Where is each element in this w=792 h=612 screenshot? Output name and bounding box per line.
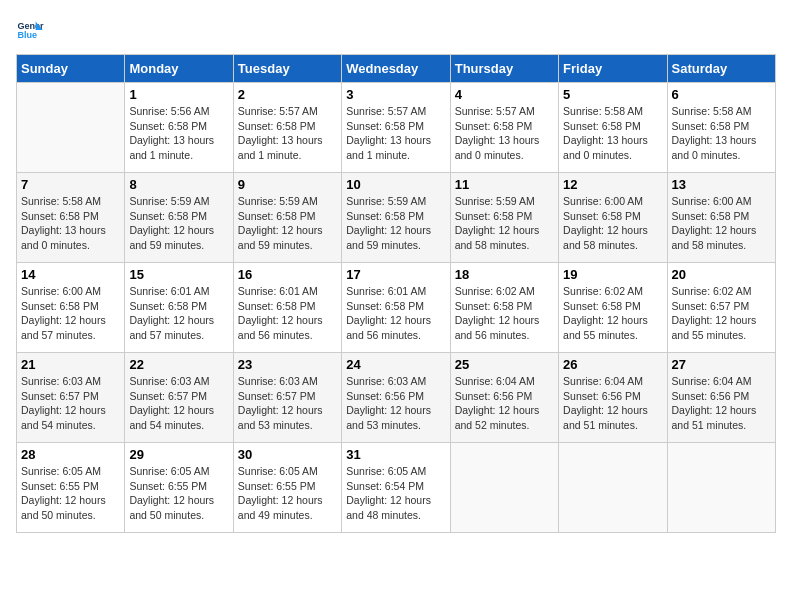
day-number: 25 [455, 357, 554, 372]
day-number: 29 [129, 447, 228, 462]
day-number: 6 [672, 87, 771, 102]
day-info: Sunrise: 6:05 AM Sunset: 6:54 PM Dayligh… [346, 464, 445, 523]
day-number: 30 [238, 447, 337, 462]
week-row-1: 1Sunrise: 5:56 AM Sunset: 6:58 PM Daylig… [17, 83, 776, 173]
day-number: 31 [346, 447, 445, 462]
day-info: Sunrise: 5:58 AM Sunset: 6:58 PM Dayligh… [21, 194, 120, 253]
day-cell: 2Sunrise: 5:57 AM Sunset: 6:58 PM Daylig… [233, 83, 341, 173]
day-info: Sunrise: 6:04 AM Sunset: 6:56 PM Dayligh… [563, 374, 662, 433]
day-info: Sunrise: 5:57 AM Sunset: 6:58 PM Dayligh… [455, 104, 554, 163]
week-row-4: 21Sunrise: 6:03 AM Sunset: 6:57 PM Dayli… [17, 353, 776, 443]
day-number: 15 [129, 267, 228, 282]
day-cell: 7Sunrise: 5:58 AM Sunset: 6:58 PM Daylig… [17, 173, 125, 263]
day-info: Sunrise: 5:59 AM Sunset: 6:58 PM Dayligh… [455, 194, 554, 253]
day-number: 7 [21, 177, 120, 192]
day-number: 12 [563, 177, 662, 192]
calendar-body: 1Sunrise: 5:56 AM Sunset: 6:58 PM Daylig… [17, 83, 776, 533]
day-cell: 25Sunrise: 6:04 AM Sunset: 6:56 PM Dayli… [450, 353, 558, 443]
day-cell: 12Sunrise: 6:00 AM Sunset: 6:58 PM Dayli… [559, 173, 667, 263]
day-cell: 13Sunrise: 6:00 AM Sunset: 6:58 PM Dayli… [667, 173, 775, 263]
day-number: 14 [21, 267, 120, 282]
day-cell: 21Sunrise: 6:03 AM Sunset: 6:57 PM Dayli… [17, 353, 125, 443]
day-cell: 3Sunrise: 5:57 AM Sunset: 6:58 PM Daylig… [342, 83, 450, 173]
day-cell: 16Sunrise: 6:01 AM Sunset: 6:58 PM Dayli… [233, 263, 341, 353]
day-info: Sunrise: 6:00 AM Sunset: 6:58 PM Dayligh… [672, 194, 771, 253]
day-info: Sunrise: 6:01 AM Sunset: 6:58 PM Dayligh… [238, 284, 337, 343]
day-cell: 23Sunrise: 6:03 AM Sunset: 6:57 PM Dayli… [233, 353, 341, 443]
day-cell: 1Sunrise: 5:56 AM Sunset: 6:58 PM Daylig… [125, 83, 233, 173]
day-info: Sunrise: 6:02 AM Sunset: 6:58 PM Dayligh… [563, 284, 662, 343]
day-cell: 5Sunrise: 5:58 AM Sunset: 6:58 PM Daylig… [559, 83, 667, 173]
day-number: 19 [563, 267, 662, 282]
day-info: Sunrise: 6:02 AM Sunset: 6:57 PM Dayligh… [672, 284, 771, 343]
day-info: Sunrise: 5:59 AM Sunset: 6:58 PM Dayligh… [346, 194, 445, 253]
day-cell: 8Sunrise: 5:59 AM Sunset: 6:58 PM Daylig… [125, 173, 233, 263]
calendar-table: SundayMondayTuesdayWednesdayThursdayFrid… [16, 54, 776, 533]
day-info: Sunrise: 6:04 AM Sunset: 6:56 PM Dayligh… [672, 374, 771, 433]
day-info: Sunrise: 5:57 AM Sunset: 6:58 PM Dayligh… [346, 104, 445, 163]
day-number: 8 [129, 177, 228, 192]
day-number: 17 [346, 267, 445, 282]
logo-icon: General Blue [16, 16, 44, 44]
day-cell: 10Sunrise: 5:59 AM Sunset: 6:58 PM Dayli… [342, 173, 450, 263]
header-cell-wednesday: Wednesday [342, 55, 450, 83]
day-cell [559, 443, 667, 533]
day-info: Sunrise: 6:04 AM Sunset: 6:56 PM Dayligh… [455, 374, 554, 433]
day-cell: 26Sunrise: 6:04 AM Sunset: 6:56 PM Dayli… [559, 353, 667, 443]
day-cell: 11Sunrise: 5:59 AM Sunset: 6:58 PM Dayli… [450, 173, 558, 263]
header-cell-thursday: Thursday [450, 55, 558, 83]
day-info: Sunrise: 6:01 AM Sunset: 6:58 PM Dayligh… [346, 284, 445, 343]
day-cell: 27Sunrise: 6:04 AM Sunset: 6:56 PM Dayli… [667, 353, 775, 443]
week-row-2: 7Sunrise: 5:58 AM Sunset: 6:58 PM Daylig… [17, 173, 776, 263]
day-cell: 9Sunrise: 5:59 AM Sunset: 6:58 PM Daylig… [233, 173, 341, 263]
day-cell: 28Sunrise: 6:05 AM Sunset: 6:55 PM Dayli… [17, 443, 125, 533]
day-cell: 6Sunrise: 5:58 AM Sunset: 6:58 PM Daylig… [667, 83, 775, 173]
day-info: Sunrise: 5:58 AM Sunset: 6:58 PM Dayligh… [563, 104, 662, 163]
day-info: Sunrise: 5:59 AM Sunset: 6:58 PM Dayligh… [129, 194, 228, 253]
day-info: Sunrise: 5:58 AM Sunset: 6:58 PM Dayligh… [672, 104, 771, 163]
day-cell: 24Sunrise: 6:03 AM Sunset: 6:56 PM Dayli… [342, 353, 450, 443]
day-info: Sunrise: 6:00 AM Sunset: 6:58 PM Dayligh… [563, 194, 662, 253]
day-info: Sunrise: 6:03 AM Sunset: 6:57 PM Dayligh… [129, 374, 228, 433]
day-number: 24 [346, 357, 445, 372]
day-cell [667, 443, 775, 533]
header-row: SundayMondayTuesdayWednesdayThursdayFrid… [17, 55, 776, 83]
day-number: 27 [672, 357, 771, 372]
day-cell [450, 443, 558, 533]
day-info: Sunrise: 6:05 AM Sunset: 6:55 PM Dayligh… [21, 464, 120, 523]
day-cell: 29Sunrise: 6:05 AM Sunset: 6:55 PM Dayli… [125, 443, 233, 533]
header-cell-saturday: Saturday [667, 55, 775, 83]
day-number: 5 [563, 87, 662, 102]
day-number: 11 [455, 177, 554, 192]
day-info: Sunrise: 6:00 AM Sunset: 6:58 PM Dayligh… [21, 284, 120, 343]
day-info: Sunrise: 5:56 AM Sunset: 6:58 PM Dayligh… [129, 104, 228, 163]
day-number: 4 [455, 87, 554, 102]
day-cell: 15Sunrise: 6:01 AM Sunset: 6:58 PM Dayli… [125, 263, 233, 353]
day-info: Sunrise: 5:57 AM Sunset: 6:58 PM Dayligh… [238, 104, 337, 163]
day-info: Sunrise: 5:59 AM Sunset: 6:58 PM Dayligh… [238, 194, 337, 253]
day-number: 9 [238, 177, 337, 192]
svg-text:Blue: Blue [17, 30, 37, 40]
page-header: General Blue [16, 16, 776, 44]
day-number: 3 [346, 87, 445, 102]
day-number: 2 [238, 87, 337, 102]
day-number: 21 [21, 357, 120, 372]
header-cell-tuesday: Tuesday [233, 55, 341, 83]
day-cell: 31Sunrise: 6:05 AM Sunset: 6:54 PM Dayli… [342, 443, 450, 533]
day-number: 1 [129, 87, 228, 102]
day-info: Sunrise: 6:01 AM Sunset: 6:58 PM Dayligh… [129, 284, 228, 343]
day-cell: 14Sunrise: 6:00 AM Sunset: 6:58 PM Dayli… [17, 263, 125, 353]
day-cell: 30Sunrise: 6:05 AM Sunset: 6:55 PM Dayli… [233, 443, 341, 533]
day-number: 23 [238, 357, 337, 372]
day-number: 13 [672, 177, 771, 192]
week-row-5: 28Sunrise: 6:05 AM Sunset: 6:55 PM Dayli… [17, 443, 776, 533]
day-number: 28 [21, 447, 120, 462]
day-number: 26 [563, 357, 662, 372]
day-number: 20 [672, 267, 771, 282]
day-number: 10 [346, 177, 445, 192]
header-cell-friday: Friday [559, 55, 667, 83]
header-cell-monday: Monday [125, 55, 233, 83]
header-cell-sunday: Sunday [17, 55, 125, 83]
day-cell: 22Sunrise: 6:03 AM Sunset: 6:57 PM Dayli… [125, 353, 233, 443]
day-cell [17, 83, 125, 173]
